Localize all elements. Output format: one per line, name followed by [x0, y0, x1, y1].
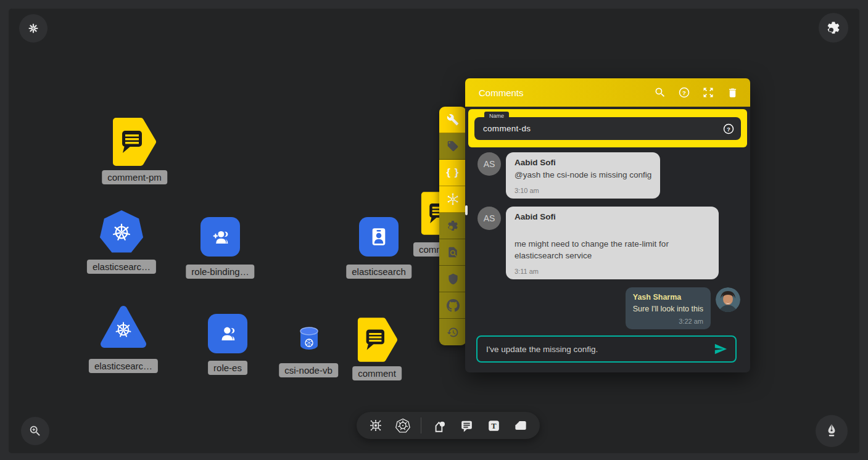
- toolbar-divider: [421, 417, 421, 433]
- node-label[interactable]: comment-pm: [102, 170, 167, 184]
- node-label[interactable]: elasticsearc…: [87, 260, 156, 274]
- avatar: [716, 287, 740, 312]
- node-role-binding[interactable]: [200, 217, 240, 257]
- message-bubble[interactable]: Yash Sharma Sure I'll look into this 3:2…: [626, 287, 711, 329]
- node-label[interactable]: elasticsearc…: [89, 359, 158, 373]
- toolbar-inspect-button[interactable]: [439, 239, 466, 266]
- kubernetes-icon: [114, 320, 133, 340]
- node-elasticsearch-triangle[interactable]: [99, 304, 148, 351]
- design-icon: [368, 417, 384, 433]
- user-plus-icon: [207, 223, 234, 250]
- toolbar-configure-button[interactable]: [439, 107, 466, 133]
- pen-nib-icon: [824, 423, 840, 439]
- scrollbar-thumb[interactable]: [465, 205, 468, 215]
- pen-tool-button[interactable]: [816, 415, 848, 447]
- kubernetes-tool-button[interactable]: [394, 416, 412, 435]
- node-role-es[interactable]: [208, 314, 247, 353]
- comment-tool-button[interactable]: [457, 416, 476, 435]
- name-field[interactable]: Name ?: [474, 117, 741, 140]
- node-label[interactable]: elasticsearch: [346, 265, 411, 279]
- shield-icon: [447, 273, 459, 285]
- node-action-toolbar: { }: [439, 107, 466, 345]
- name-field-label: Name: [484, 112, 509, 120]
- hub-icon: [446, 192, 460, 206]
- message-row: AS Aabid Sofi @yash the csi-node is miss…: [477, 152, 740, 199]
- node-elasticsearch-heptagon[interactable]: [99, 210, 144, 255]
- message-text: me might need to change the rate-limit f…: [515, 238, 710, 262]
- comment-tool-icon: [459, 418, 474, 433]
- toolbar-history-button[interactable]: [439, 319, 466, 345]
- send-icon[interactable]: [713, 342, 728, 356]
- name-field-block: Name ?: [468, 109, 747, 147]
- message-bubble[interactable]: Aabid Sofi me might need to change the r…: [506, 207, 719, 279]
- doc-search-icon: [447, 246, 459, 258]
- settings-gear-icon: [826, 20, 841, 35]
- node-label[interactable]: role-es: [208, 361, 247, 375]
- settings-button[interactable]: [819, 13, 848, 43]
- node-label[interactable]: comment: [352, 366, 402, 380]
- gear-icon: [447, 220, 459, 232]
- toolbar-settings-button[interactable]: [439, 213, 466, 239]
- avatar: AS: [477, 152, 501, 176]
- history-icon: [447, 326, 459, 339]
- trash-icon[interactable]: [725, 86, 739, 99]
- node-label[interactable]: csi-node-vb: [279, 363, 338, 377]
- node-comment-pm[interactable]: [112, 117, 157, 166]
- shapes-tool-button[interactable]: [430, 416, 448, 435]
- text-tool-button[interactable]: T: [484, 416, 503, 435]
- image-tool-button[interactable]: [511, 416, 530, 435]
- wrench-icon: [447, 113, 459, 126]
- message-time: 3:11 am: [515, 268, 710, 275]
- toolbar-github-button[interactable]: [439, 292, 466, 319]
- message-text: @yash the csi-node is missing config: [515, 169, 651, 181]
- braces-icon: { }: [447, 166, 460, 179]
- toolbar-labels-button[interactable]: [439, 133, 466, 160]
- expand-icon[interactable]: [701, 86, 715, 99]
- message-composer: [476, 335, 737, 363]
- message-bubble[interactable]: Aabid Sofi @yash the csi-node is missing…: [506, 152, 660, 199]
- toolbar-hub-button[interactable]: [439, 186, 466, 213]
- canvas-tools-toolbar: T: [357, 412, 540, 439]
- messages-list: AS Aabid Sofi @yash the csi-node is miss…: [465, 147, 750, 329]
- design-tool-button[interactable]: [366, 416, 385, 435]
- design-canvas[interactable]: comment-pm elasticsearc…: [9, 9, 859, 453]
- message-text: Sure I'll look into this: [633, 303, 703, 314]
- svg-text:T: T: [491, 422, 497, 430]
- avatar: AS: [477, 207, 501, 230]
- kubernetes-icon: [110, 221, 133, 244]
- text-tool-icon: T: [486, 418, 502, 433]
- kubernetes-icon: [395, 417, 411, 433]
- panel-title: Comments: [479, 88, 643, 98]
- help-icon[interactable]: ?: [722, 123, 735, 135]
- app-logo-button[interactable]: [19, 14, 48, 43]
- toolbar-json-button[interactable]: { }: [439, 160, 466, 186]
- id-badge-icon: [365, 223, 392, 250]
- github-icon: [447, 299, 460, 312]
- message-author: Yash Sharma: [633, 293, 703, 302]
- search-icon[interactable]: [653, 86, 667, 99]
- node-comment[interactable]: [357, 317, 398, 363]
- message-author: Aabid Sofi: [515, 158, 651, 167]
- message-time: 3:22 am: [633, 318, 703, 325]
- tags-icon: [447, 140, 459, 152]
- message-row: AS Aabid Sofi me might need to change th…: [477, 207, 740, 279]
- asterisk-logo-icon: [27, 22, 40, 35]
- message-time: 3:10 am: [515, 187, 651, 194]
- message-author: Aabid Sofi: [515, 212, 710, 221]
- users-icon: [214, 320, 241, 347]
- node-csi-node-vb[interactable]: [297, 326, 321, 353]
- node-label[interactable]: role-binding…: [186, 265, 254, 279]
- message-input[interactable]: [479, 345, 713, 354]
- comments-panel: Comments ? Name ? AS Aabid Sofi @yash th…: [465, 78, 750, 372]
- message-row: Yash Sharma Sure I'll look into this 3:2…: [477, 287, 740, 329]
- zoom-button[interactable]: [21, 417, 49, 445]
- image-tool-icon: [513, 417, 529, 433]
- comments-panel-header[interactable]: Comments ?: [465, 78, 750, 107]
- svg-text:?: ?: [682, 89, 686, 96]
- help-icon[interactable]: ?: [677, 86, 691, 99]
- zoom-in-icon: [28, 424, 42, 438]
- toolbar-security-button[interactable]: [439, 266, 466, 292]
- node-elasticsearch-serviceaccount[interactable]: [359, 217, 399, 257]
- name-input[interactable]: [474, 124, 722, 133]
- shapes-icon: [431, 417, 447, 433]
